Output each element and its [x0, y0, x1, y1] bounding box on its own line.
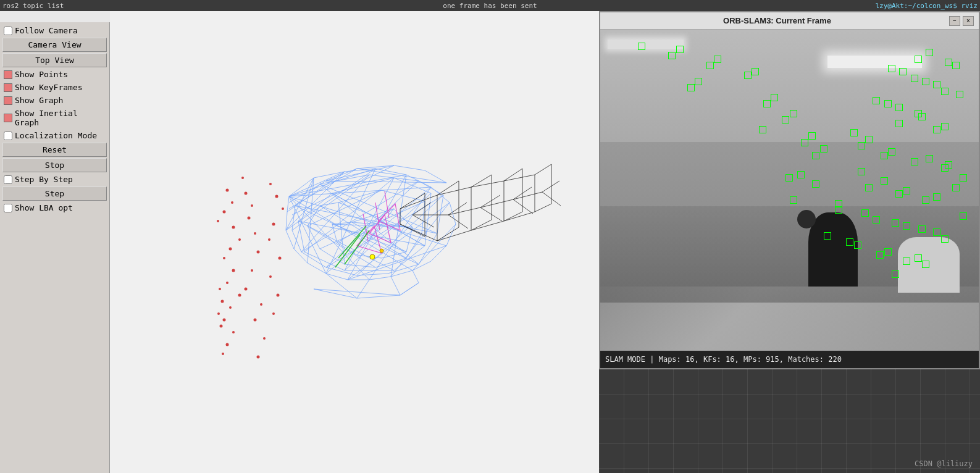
show-lba-opt-checkbox[interactable]	[4, 204, 12, 212]
feature-point-extra-7	[895, 104, 903, 111]
feature-point-0	[915, 56, 922, 63]
show-points-checkbox[interactable]	[4, 70, 12, 79]
svg-point-32	[272, 223, 275, 226]
show-inertial-graph-row[interactable]: Show Inertial Graph	[2, 107, 107, 128]
feature-point-extra-8	[918, 113, 926, 120]
svg-point-41	[220, 325, 223, 328]
svg-point-14	[232, 331, 235, 333]
top-bar: ros2 topic list one frame has been sent …	[0, 0, 980, 11]
feature-point-17	[835, 206, 842, 214]
close-button[interactable]: ×	[963, 16, 974, 26]
localization-mode-checkbox[interactable]	[4, 132, 12, 140]
stop-button[interactable]: Stop	[2, 158, 107, 172]
show-keyframes-row[interactable]: Show KeyFrames	[2, 82, 107, 93]
rviz-area: Follow Camera Camera View Top View Show …	[0, 11, 624, 473]
step-button[interactable]: Step	[2, 186, 107, 201]
svg-point-37	[272, 312, 275, 315]
top-bar-center: one frame has been sent	[327, 2, 652, 10]
svg-point-8	[223, 257, 225, 259]
feature-point-extra-6	[873, 97, 880, 104]
show-points-row[interactable]: Show Points	[2, 69, 107, 80]
room-light2	[608, 40, 684, 49]
svg-point-5	[232, 226, 235, 229]
feature-point-extra-17	[903, 187, 910, 195]
feature-point-extra-22	[918, 225, 926, 233]
feature-point-27	[771, 94, 778, 101]
localization-mode-row[interactable]: Localization Mode	[2, 130, 107, 141]
show-inertial-graph-label: Show Inertial Graph	[15, 109, 106, 127]
svg-point-26	[254, 319, 257, 322]
feature-point-extra-4	[933, 81, 940, 88]
show-inertial-graph-checkbox[interactable]	[4, 114, 12, 122]
feature-point-extra-41	[892, 270, 899, 278]
feature-point-extra-34	[744, 72, 752, 79]
feature-point-extra-32	[668, 52, 676, 59]
slam-window: ORB-SLAM3: Current Frame − × SLAM MODE |…	[599, 11, 980, 369]
show-graph-row[interactable]: Show Graph	[2, 94, 107, 106]
slam-status-text: SLAM MODE | Maps: 16, KFs: 16, MPs: 915,…	[605, 355, 842, 364]
svg-point-31	[282, 207, 284, 210]
show-keyframes-checkbox[interactable]	[4, 83, 12, 92]
follow-camera-row[interactable]: Follow Camera	[2, 25, 107, 36]
feature-point-extra-21	[892, 219, 899, 227]
feature-point-extra-40	[922, 261, 929, 268]
follow-camera-checkbox[interactable]	[4, 27, 12, 35]
feature-point-9	[858, 142, 865, 149]
feature-point-1	[899, 68, 907, 75]
minimize-button[interactable]: −	[949, 16, 960, 26]
feature-point-extra-23	[824, 232, 831, 240]
top-view-button[interactable]: Top View	[2, 53, 107, 67]
feature-point-20	[933, 228, 940, 236]
localization-mode-label: Localization Mode	[15, 131, 97, 140]
feature-point-extra-16	[881, 177, 888, 185]
svg-point-19	[251, 204, 253, 207]
show-lba-opt-label: Show LBA opt	[15, 203, 73, 212]
follow-camera-label: Follow Camera	[15, 26, 78, 35]
feature-point-extra-10	[850, 129, 858, 136]
svg-point-30	[275, 195, 279, 198]
slam-camera-view	[600, 30, 979, 351]
svg-point-28	[257, 356, 260, 359]
top-bar-right: lzy@Akt:~/colcon_ws$ rviz	[653, 2, 978, 10]
feature-point-extra-43	[790, 196, 797, 204]
feature-point-extra-35	[687, 84, 695, 91]
feature-point-30	[676, 46, 684, 53]
feature-point-extra-36	[638, 43, 645, 50]
camera-frame	[600, 30, 979, 351]
svg-point-24	[245, 288, 248, 291]
svg-point-29	[269, 183, 272, 185]
feature-point-14	[865, 184, 873, 191]
show-graph-checkbox[interactable]	[4, 96, 12, 105]
reset-button[interactable]: Reset	[2, 143, 107, 157]
step-by-step-checkbox[interactable]	[4, 175, 12, 184]
feature-point-extra-30	[763, 100, 771, 107]
feature-point-extra-28	[812, 152, 819, 159]
feature-point-extra-19	[835, 200, 842, 207]
feature-point-28	[790, 110, 797, 117]
svg-point-10	[226, 282, 228, 284]
feature-point-18	[873, 216, 880, 224]
3d-scene-svg	[110, 11, 624, 473]
feature-point-22	[884, 248, 892, 256]
camera-view-button[interactable]: Camera View	[2, 38, 107, 52]
feature-point-33	[695, 78, 702, 85]
top-bar-left: ros2 topic list	[2, 2, 327, 10]
feature-point-2	[922, 78, 929, 85]
svg-point-7	[229, 248, 232, 251]
step-by-step-row[interactable]: Step By Step	[2, 174, 107, 185]
slam-status-bar: SLAM MODE | Maps: 16, KFs: 16, MPs: 915,…	[600, 351, 979, 368]
svg-point-3	[223, 211, 226, 214]
feature-point-31	[714, 56, 721, 63]
feature-point-extra-33	[706, 62, 714, 69]
room-light	[827, 56, 922, 69]
feature-point-extra-12	[888, 148, 895, 156]
3d-viewport[interactable]	[110, 11, 624, 473]
feature-point-extra-20	[861, 209, 869, 217]
svg-point-25	[260, 303, 262, 306]
feature-point-extra-2	[888, 65, 895, 72]
svg-point-36	[277, 294, 280, 297]
watermark: CSDN @liliuzy	[915, 459, 973, 468]
show-lba-opt-row[interactable]: Show LBA opt	[2, 202, 107, 214]
show-keyframes-label: Show KeyFrames	[15, 83, 83, 92]
feature-point-4	[952, 62, 960, 69]
